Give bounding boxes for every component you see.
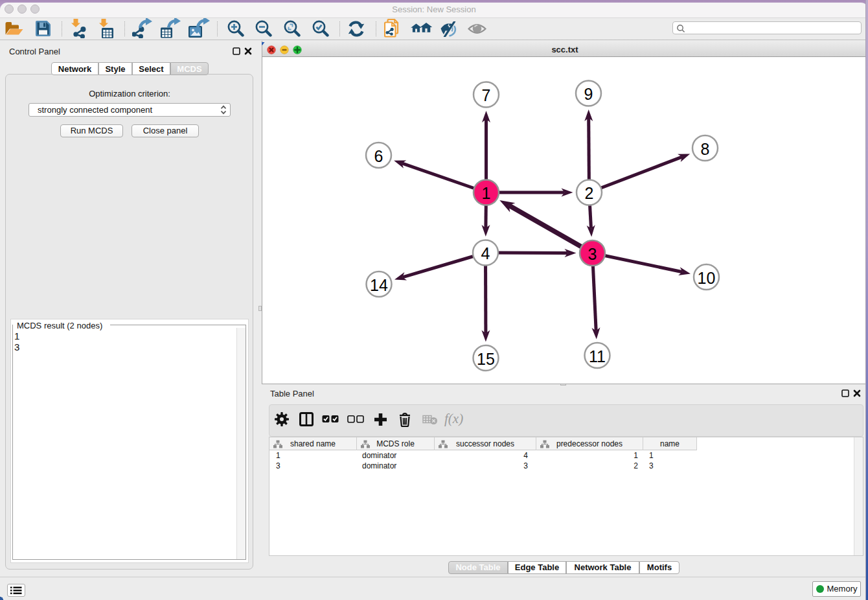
svg-text:4: 4 bbox=[481, 244, 490, 262]
svg-text:11: 11 bbox=[589, 347, 606, 365]
svg-text:6: 6 bbox=[374, 147, 383, 165]
svg-text:2: 2 bbox=[585, 184, 594, 202]
svg-text:3: 3 bbox=[588, 245, 597, 263]
svg-text:14: 14 bbox=[370, 276, 388, 294]
svg-text:8: 8 bbox=[701, 140, 710, 158]
svg-text:15: 15 bbox=[477, 350, 495, 368]
svg-text:9: 9 bbox=[584, 85, 593, 103]
svg-text:10: 10 bbox=[698, 269, 716, 287]
svg-text:1: 1 bbox=[482, 184, 491, 202]
svg-text:7: 7 bbox=[482, 86, 491, 104]
